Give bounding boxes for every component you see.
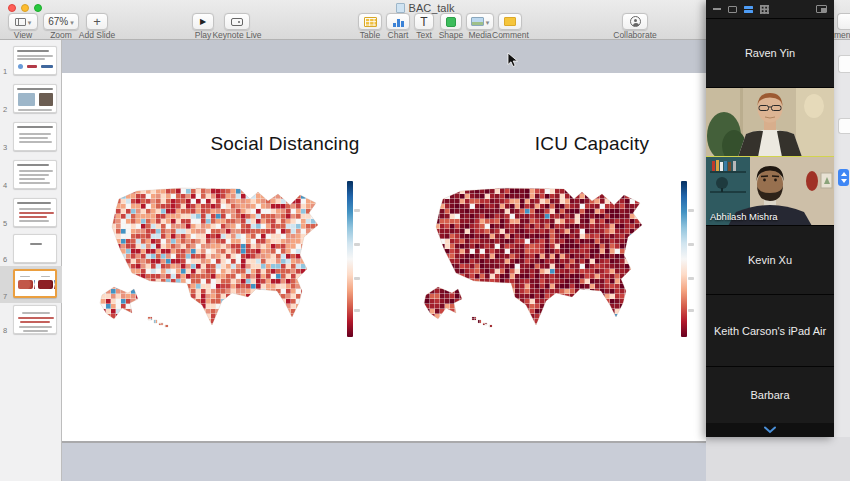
zoom-panel-footer — [706, 423, 834, 437]
keynote-live-button[interactable] — [224, 13, 250, 30]
minimize-icon[interactable] — [713, 8, 721, 10]
right-map-title: ICU Capacity — [467, 133, 717, 155]
slide-number: 1 — [3, 67, 7, 76]
participant-name: Abhilash Mishra — [710, 211, 778, 222]
participant-name: Raven Yin — [741, 47, 799, 59]
format-panel-sliver: ment — [834, 0, 850, 481]
text-button[interactable] — [414, 13, 434, 30]
zoom-meeting-panel: Raven Yin — [706, 0, 834, 437]
zoom-level-button[interactable]: 67% — [43, 13, 79, 30]
colorbar-social-distancing — [347, 181, 353, 337]
play-button[interactable] — [192, 13, 214, 30]
slide-number: 2 — [3, 105, 7, 114]
keynote-window: BAC_talk View 67% Zoom Add Slide Play Ke… — [0, 0, 850, 481]
chart-label: Chart — [386, 30, 410, 40]
toolbar-sliver: ment — [834, 0, 850, 40]
zoom-level-value: 67% — [48, 16, 68, 27]
comment-button[interactable] — [498, 13, 522, 30]
background-below-panel — [706, 437, 850, 481]
slide-thumbnail-2[interactable]: 2 — [0, 82, 62, 116]
us-choropleth-icu-capacity — [416, 178, 666, 330]
slide-thumbnail-8[interactable]: 8 — [0, 303, 62, 337]
participant-tile-keith-carsons-ipad-air[interactable]: Keith Carson's iPad Air — [706, 294, 834, 366]
document-icon — [396, 3, 405, 13]
slide-thumbnail-image — [13, 269, 57, 298]
slide-thumbnail-image — [13, 84, 57, 113]
slide-thumbnail-image — [13, 234, 57, 263]
zoom-panel-header — [706, 0, 834, 18]
stepper-control[interactable] — [838, 169, 849, 186]
slide-thumbnail-image — [13, 160, 57, 189]
chart-button[interactable] — [386, 13, 410, 30]
slide-thumbnail-6[interactable]: 6 — [0, 232, 62, 266]
keynote-live-label: Keynote Live — [205, 30, 269, 40]
keynote-live-icon — [231, 18, 243, 26]
speaker-view-icon[interactable] — [728, 6, 737, 13]
collaborate-label: Collaborate — [608, 30, 662, 40]
participant-tile-raven-yin[interactable]: Raven Yin — [706, 18, 834, 87]
slide-number: 7 — [3, 292, 7, 301]
participant-name: Kevin Xu — [744, 254, 796, 266]
exit-minimal-view-icon[interactable] — [816, 5, 827, 13]
slide-number: 5 — [3, 219, 7, 228]
participant-name: Keith Carson's iPad Air — [710, 325, 830, 337]
slide-navigator: 1 2 3 — [0, 40, 62, 481]
slide-number: 4 — [3, 181, 7, 190]
colorbar-icu-capacity — [681, 181, 687, 337]
chevron-down-icon — [28, 16, 32, 27]
slide-number: 6 — [3, 255, 7, 264]
comment-icon — [504, 17, 516, 26]
us-choropleth-social-distancing — [92, 178, 342, 330]
text-label: Text — [412, 30, 436, 40]
shape-button[interactable] — [440, 13, 462, 30]
view-button[interactable] — [8, 13, 38, 30]
chevron-down-icon — [486, 16, 490, 27]
partial-button[interactable] — [837, 13, 850, 30]
partial-field[interactable] — [838, 55, 850, 73]
slide-thumbnail-3[interactable]: 3 — [0, 120, 62, 154]
slide-thumbnail-image — [13, 46, 57, 75]
media-button[interactable] — [466, 13, 494, 30]
chevron-down-icon[interactable] — [763, 426, 777, 434]
slide-thumbnail-image — [13, 305, 57, 334]
view-icon — [15, 18, 26, 26]
slide-thumbnail-1[interactable]: 1 — [0, 44, 62, 78]
chevron-down-icon — [70, 16, 74, 27]
collaborate-button[interactable] — [622, 13, 648, 30]
table-icon — [364, 17, 377, 27]
gallery-view-icon[interactable] — [760, 5, 769, 14]
participant-name: Barbara — [746, 389, 793, 401]
presenter-area-background — [62, 443, 706, 481]
participant-video-tile-abhilash-mishra[interactable]: Abhilash Mishra — [706, 156, 834, 225]
collaborate-icon — [630, 16, 641, 27]
partial-field[interactable] — [838, 118, 850, 134]
shape-icon — [446, 17, 456, 27]
shape-label: Shape — [438, 30, 464, 40]
view-label: View — [8, 30, 38, 40]
video-thumbnail — [706, 88, 834, 156]
chart-icon — [392, 17, 405, 27]
slide-number: 8 — [3, 326, 7, 335]
media-icon — [471, 17, 484, 26]
slide-thumbnail-4[interactable]: 4 — [0, 158, 62, 192]
participant-tile-kevin-xu[interactable]: Kevin Xu — [706, 225, 834, 294]
slide-number: 3 — [3, 143, 7, 152]
strip-view-icon[interactable] — [744, 6, 753, 13]
slide-thumbnail-7[interactable]: 7 — [0, 266, 62, 303]
table-button[interactable] — [358, 13, 382, 30]
slide-thumbnail-image — [13, 122, 57, 151]
add-slide-button[interactable] — [86, 13, 108, 30]
participant-video-tile-1[interactable] — [706, 87, 834, 156]
slide-thumbnail-5[interactable]: 5 — [0, 196, 62, 230]
comment-label: Comment — [492, 30, 528, 40]
slide-thumbnail-image — [13, 198, 57, 227]
add-slide-label: Add Slide — [70, 30, 124, 40]
partial-button-label: ment — [834, 30, 850, 40]
left-map-title: Social Distancing — [160, 133, 410, 155]
mouse-cursor — [507, 52, 519, 68]
participant-tile-barbara[interactable]: Barbara — [706, 366, 834, 423]
table-label: Table — [358, 30, 382, 40]
